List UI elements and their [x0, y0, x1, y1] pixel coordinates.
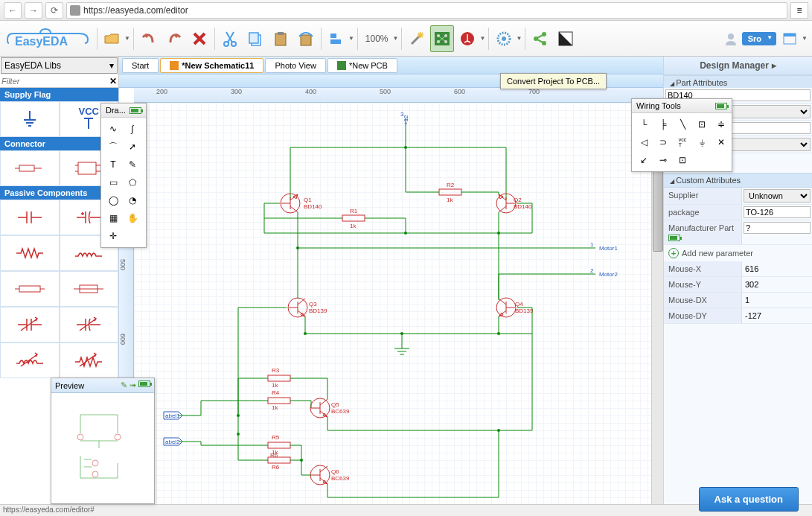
- tab-photo-view[interactable]: Photo View: [265, 58, 325, 73]
- attr-mfr-value[interactable]: [744, 222, 811, 234]
- reload-button[interactable]: ⟳: [45, 2, 63, 19]
- svg-rect-68: [268, 442, 290, 448]
- url-input[interactable]: [83, 5, 784, 16]
- tool-busentry[interactable]: ╲: [674, 116, 691, 133]
- svg-rect-4: [249, 33, 258, 43]
- svg-point-60: [304, 332, 307, 335]
- svg-rect-65: [268, 398, 290, 404]
- svg-rect-9: [330, 39, 341, 44]
- tool-pan[interactable]: ✋: [124, 210, 141, 226]
- lib-res[interactable]: [0, 235, 60, 271]
- share-button[interactable]: [528, 25, 552, 52]
- delete-button[interactable]: [188, 25, 211, 52]
- undo-button[interactable]: [137, 25, 161, 52]
- tool-bus[interactable]: ╞: [654, 116, 672, 133]
- tool-line[interactable]: ∿: [104, 121, 122, 137]
- svg-point-88: [92, 460, 98, 466]
- canvas-area[interactable]: 200 300 400 500 600 700 500 600 +12 3 Q1…: [119, 88, 663, 516]
- forward-button[interactable]: →: [25, 2, 42, 19]
- crosspaste-button[interactable]: [294, 25, 318, 52]
- lib-gnd[interactable]: [0, 101, 60, 137]
- tool-pin[interactable]: ⊸: [654, 152, 672, 168]
- draw-palette[interactable]: Dra... ∿ ∫ ⌒ ➚ T ✎ ▭ ⬠ ◯ ◔ ▦ ✋ ✛: [100, 103, 147, 248]
- tool-image[interactable]: ▦: [104, 210, 122, 226]
- design-manager-header[interactable]: Design Manager▸: [664, 57, 812, 75]
- pdf-button[interactable]: [455, 25, 479, 52]
- user-menu[interactable]: Sro: [742, 32, 776, 45]
- add-parameter-button[interactable]: +Add new parameter: [664, 245, 812, 261]
- lib-cap-var[interactable]: [0, 307, 60, 343]
- open-button[interactable]: [100, 25, 124, 52]
- back-button[interactable]: ←: [4, 2, 22, 19]
- lib-ind-var[interactable]: [0, 343, 60, 378]
- zoom-dropdown[interactable]: ▼: [393, 35, 399, 42]
- tool-arc[interactable]: ⌒: [104, 138, 122, 155]
- theme-button[interactable]: [554, 25, 578, 52]
- user-icon: [724, 32, 738, 45]
- browser-toolbar: ← → ⟳ ≡: [0, 0, 812, 21]
- attr-supplier-value[interactable]: Unknown: [744, 189, 811, 203]
- svg-text:Q4: Q4: [515, 301, 523, 308]
- arrow-icon[interactable]: ➟: [130, 380, 136, 390]
- lib-cap-np[interactable]: [0, 200, 60, 235]
- tool-pie[interactable]: ◔: [124, 192, 141, 208]
- tool-group[interactable]: ⊡: [674, 152, 691, 168]
- app-logo[interactable]: EasyEDA: [4, 25, 94, 52]
- url-bar[interactable]: [66, 2, 787, 19]
- lib-res-box[interactable]: [0, 271, 60, 307]
- tool-wire[interactable]: └: [635, 116, 653, 133]
- paste-button[interactable]: [269, 25, 292, 52]
- lib-section-supply[interactable]: Supply Flag: [0, 88, 118, 101]
- schematic-canvas[interactable]: +12 3 Q1 BD140 Q2 BD140 R1 1k R2 1k: [134, 103, 663, 516]
- tool-bezier[interactable]: ∫: [124, 121, 141, 137]
- pencil-icon[interactable]: ✎: [121, 380, 127, 390]
- tool-netlabel[interactable]: ⊡: [693, 116, 711, 133]
- lib-cap-var2[interactable]: [60, 307, 119, 343]
- preview-title: Preview: [55, 381, 84, 390]
- filter-input[interactable]: [1, 77, 109, 86]
- mouse-dx-value: 1: [742, 293, 812, 308]
- wiring-palette[interactable]: Wiring Tools └ ╞ ╲ ⊡ ≑ ◁ ⊃ vccT ⏚ ✕ ↙ ⊸ …: [631, 98, 732, 172]
- clear-filter-icon[interactable]: ✕: [109, 76, 117, 86]
- left-panel-header: EasyEDA Libs▾ ✕: [0, 57, 119, 88]
- tool-poly[interactable]: ⬠: [124, 174, 141, 191]
- tool-gnd[interactable]: ⏚: [693, 134, 711, 150]
- tool-rect[interactable]: ▭: [104, 174, 122, 191]
- wand-button[interactable]: [405, 25, 429, 52]
- svg-rect-6: [278, 32, 284, 35]
- lib-conn-1[interactable]: [0, 150, 60, 186]
- svg-rect-8: [330, 34, 336, 38]
- ask-question-button[interactable]: Ask a question: [699, 487, 799, 512]
- tool-arrow[interactable]: ➚: [124, 138, 141, 155]
- tool-text[interactable]: T: [104, 156, 122, 173]
- tool-origin[interactable]: ✛: [104, 228, 122, 244]
- lib-fuse[interactable]: [60, 271, 119, 307]
- tool-noconnect[interactable]: ✕: [712, 134, 730, 150]
- tool-port[interactable]: ◁: [635, 134, 653, 150]
- battery-icon: [130, 107, 141, 114]
- redo-button[interactable]: [162, 25, 186, 52]
- svg-point-59: [400, 332, 403, 335]
- tool-netport[interactable]: ⊃: [654, 134, 672, 150]
- tool-vcc[interactable]: vccT: [674, 134, 691, 150]
- tool-netflag[interactable]: ≑: [712, 116, 730, 133]
- pcb-button[interactable]: [430, 25, 454, 52]
- align-button[interactable]: [325, 25, 348, 52]
- cut-button[interactable]: [218, 25, 242, 52]
- tab-start[interactable]: Start: [122, 58, 159, 73]
- panel-toggle[interactable]: [781, 30, 799, 48]
- browser-menu-button[interactable]: ≡: [790, 2, 808, 19]
- tool-probe[interactable]: ↙: [635, 152, 653, 168]
- tool-ellipse[interactable]: ◯: [104, 192, 122, 208]
- preview-panel[interactable]: Preview✎➟: [51, 378, 155, 504]
- svg-text:R1: R1: [350, 208, 358, 214]
- custom-attributes-section[interactable]: Custom Attributes: [664, 173, 812, 188]
- settings-button[interactable]: [492, 25, 516, 52]
- tab-new-schematic[interactable]: *New Schematic11: [160, 58, 263, 73]
- libs-select[interactable]: EasyEDA Libs▾: [1, 57, 118, 74]
- copy-button[interactable]: [243, 25, 267, 52]
- tool-freehand[interactable]: ✎: [124, 156, 141, 173]
- attr-package-value[interactable]: [744, 206, 811, 218]
- tab-new-pcb[interactable]: *New PCB: [327, 58, 397, 73]
- lib-res-var[interactable]: [60, 343, 119, 378]
